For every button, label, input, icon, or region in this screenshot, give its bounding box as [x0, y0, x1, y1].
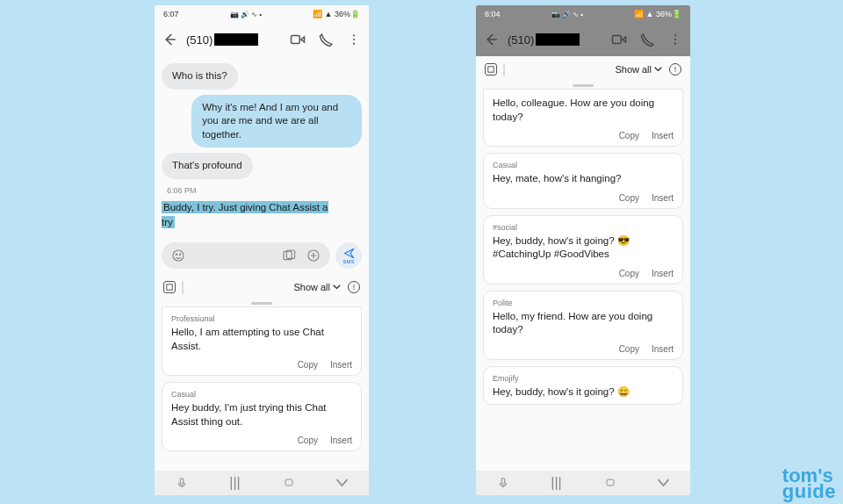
redacted-number — [214, 33, 258, 46]
svg-rect-10 — [167, 284, 172, 290]
svg-point-16 — [674, 43, 676, 45]
phone-call-icon[interactable] — [639, 32, 655, 47]
insert-button[interactable]: Insert — [652, 344, 674, 354]
suggestions-list: Hello, colleague. How are you doing toda… — [476, 89, 690, 471]
copy-button[interactable]: Copy — [298, 436, 318, 445]
svg-rect-19 — [607, 479, 614, 486]
phone-call-icon[interactable] — [318, 32, 334, 47]
card-text: Hey, buddy, how's it going? 😎 #CatchingU… — [493, 234, 674, 262]
back-icon[interactable] — [483, 32, 499, 47]
emoji-icon[interactable] — [170, 248, 186, 263]
nav-home-icon[interactable] — [280, 476, 298, 490]
message-incoming[interactable]: That's profound — [162, 153, 253, 179]
card-label: Polite — [493, 299, 674, 307]
add-icon[interactable] — [306, 248, 321, 263]
nav-back-icon[interactable] — [334, 476, 351, 490]
contact-title[interactable]: (510) — [186, 33, 281, 47]
status-time: 6:07 — [163, 10, 179, 18]
svg-rect-18 — [501, 479, 505, 484]
svg-rect-12 — [285, 479, 292, 486]
svg-point-2 — [353, 39, 355, 40]
insert-button[interactable]: Insert — [330, 360, 352, 370]
insert-button[interactable]: Insert — [652, 193, 674, 203]
insert-button[interactable]: Insert — [330, 436, 352, 445]
chat-body: Who is this? Why it's me! And I am you a… — [155, 56, 369, 471]
draft-message[interactable]: Buddy, I try. Just giving Chat Assist a … — [162, 200, 332, 231]
status-bar: 6:04 📷 🔊 ∿ • 📶 ▲ 36%🔋 — [476, 5, 690, 23]
info-icon[interactable]: ! — [669, 63, 681, 76]
status-bar: 6:07 📷 🔊 ∿ • 📶 ▲ 36%🔋 — [155, 5, 369, 23]
svg-point-4 — [173, 250, 184, 261]
divider: | — [502, 61, 506, 77]
copy-button[interactable]: Copy — [619, 193, 639, 203]
insert-button[interactable]: Insert — [652, 131, 674, 140]
video-call-icon[interactable] — [611, 32, 627, 47]
nav-mic-icon[interactable] — [494, 476, 512, 490]
card-text: Hello, I am attempting to use Chat Assis… — [171, 326, 352, 353]
nav-mic-icon[interactable] — [173, 476, 191, 490]
gallery-icon[interactable] — [281, 248, 297, 263]
status-right: 📶 ▲ 36%🔋 — [634, 10, 681, 18]
info-icon[interactable]: ! — [348, 281, 360, 293]
divider: | — [181, 279, 184, 295]
message-list: Who is this? Why it's me! And I am you a… — [155, 56, 369, 237]
suggestion-card: Casual Hey buddy, I'm just trying this C… — [162, 382, 362, 451]
more-icon[interactable] — [667, 32, 683, 47]
watermark-logo: tom's guide — [782, 468, 836, 500]
back-icon[interactable] — [162, 32, 177, 47]
suggestion-card: #social Hey, buddy, how's it going? 😎 #C… — [483, 215, 683, 284]
suggestion-card: Polite Hello, my friend. How are you doi… — [483, 291, 683, 360]
status-right: 📶 ▲ 36%🔋 — [313, 10, 360, 18]
insert-button[interactable]: Insert — [652, 269, 674, 278]
nav-back-icon[interactable] — [655, 476, 673, 490]
card-label: Casual — [171, 390, 352, 399]
redacted-number — [536, 33, 580, 46]
drag-handle[interactable] — [251, 302, 272, 305]
status-icons-left: 📷 🔊 ∿ • — [551, 11, 583, 18]
copy-button[interactable]: Copy — [619, 269, 639, 278]
copy-button[interactable]: Copy — [619, 344, 639, 354]
more-icon[interactable] — [346, 32, 362, 47]
suggestion-card: Emojify Hey, buddy, how's it going? 😄 — [483, 366, 683, 406]
card-label: #social — [493, 223, 674, 232]
phone-left: 6:07 📷 🔊 ∿ • 📶 ▲ 36%🔋 (510) Who is this? — [155, 5, 369, 495]
conversation-header: (510) — [476, 23, 690, 56]
svg-rect-0 — [292, 36, 300, 44]
nav-recents-icon[interactable]: ||| — [227, 476, 244, 490]
svg-point-1 — [353, 34, 355, 36]
drag-handle[interactable] — [573, 84, 594, 87]
card-label: Emojify — [493, 374, 674, 383]
assist-chip-icon[interactable] — [485, 63, 497, 76]
svg-point-5 — [176, 254, 177, 255]
nav-home-icon[interactable] — [602, 476, 619, 490]
show-all-toggle[interactable]: Show all — [615, 64, 662, 75]
message-incoming[interactable]: Who is this? — [162, 63, 238, 90]
nav-recents-icon[interactable]: ||| — [548, 476, 566, 490]
suggestion-card: Professional Hello, I am attempting to u… — [162, 306, 362, 376]
timestamp: 6:06 PM — [162, 186, 362, 195]
copy-button[interactable]: Copy — [619, 131, 639, 140]
assist-body: | Show all ! Hello, colleague. How are y… — [476, 56, 690, 471]
status-time: 6:04 — [485, 10, 501, 18]
card-text: Hey buddy, I'm just trying this Chat Ass… — [171, 401, 352, 428]
video-call-icon[interactable] — [290, 32, 306, 47]
svg-rect-17 — [488, 67, 494, 72]
phone-right: 6:04 📷 🔊 ∿ • 📶 ▲ 36%🔋 (510) — [476, 5, 690, 495]
system-navbar: ||| — [476, 471, 690, 495]
compose-row: SMS — [155, 237, 369, 274]
message-outgoing[interactable]: Why it's me! And I am you and you are me… — [191, 95, 362, 148]
status-icons-left: 📷 🔊 ∿ • — [230, 11, 262, 18]
conversation-header: (510) — [155, 23, 369, 56]
show-all-toggle[interactable]: Show all — [293, 282, 341, 292]
svg-point-15 — [674, 39, 676, 40]
send-button[interactable]: SMS — [335, 242, 362, 269]
chevron-down-icon — [333, 284, 341, 290]
assist-panel-header: | Show all ! — [155, 274, 369, 300]
compose-input[interactable] — [162, 242, 330, 269]
contact-title[interactable]: (510) — [508, 33, 602, 47]
copy-button[interactable]: Copy — [298, 360, 318, 370]
svg-point-3 — [353, 43, 355, 45]
svg-point-6 — [179, 254, 180, 255]
chevron-down-icon — [654, 67, 662, 72]
assist-chip-icon[interactable] — [163, 281, 176, 293]
